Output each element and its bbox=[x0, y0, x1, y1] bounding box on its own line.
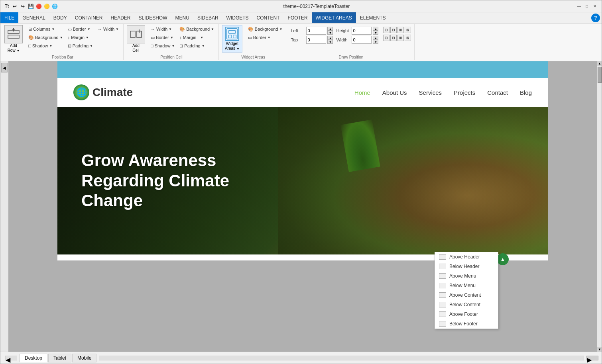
align-btn-3[interactable]: ⊞ bbox=[397, 27, 404, 33]
padding-button-2[interactable]: ⊡ Padding ▼ bbox=[177, 42, 216, 50]
background-button-2[interactable]: 🎨 Background ▼ bbox=[177, 25, 216, 33]
svg-rect-4 bbox=[130, 31, 135, 37]
menu-item-below-content[interactable]: Below Content bbox=[435, 300, 498, 309]
scroll-right-button[interactable]: ▶ bbox=[586, 356, 598, 360]
header-bar-left bbox=[57, 61, 303, 78]
margin-button-1[interactable]: ↕ Margin ▼ bbox=[66, 33, 95, 41]
border-button-1[interactable]: ▭ Border ▼ bbox=[66, 25, 95, 33]
align-btn-8[interactable]: ⊠ bbox=[405, 35, 411, 41]
nav-link-services[interactable]: Services bbox=[419, 89, 442, 96]
left-spin-down[interactable]: ▼ bbox=[327, 31, 333, 35]
columns-button[interactable]: ⊞ Columns ▼ bbox=[26, 25, 65, 33]
tab-desktop[interactable]: Desktop bbox=[20, 354, 47, 362]
wordpress-icon[interactable]: 🌐 bbox=[51, 3, 58, 10]
align-btn-7[interactable]: ⊞ bbox=[397, 35, 404, 41]
ribbon-col-1: ⊞ Columns ▼ 🎨 Background ▼ □ Shadow ▼ bbox=[26, 25, 65, 50]
scroll-thumb[interactable] bbox=[598, 67, 602, 83]
border-button-2[interactable]: ▭ Border ▼ bbox=[149, 33, 177, 41]
align-btn-5[interactable]: ⊡ bbox=[383, 35, 390, 41]
align-btn-1[interactable]: ⊡ bbox=[383, 27, 390, 33]
minimize-button[interactable]: — bbox=[575, 3, 582, 10]
padding-icon-2: ⊡ bbox=[179, 43, 183, 49]
align-btn-4[interactable]: ⊠ bbox=[405, 27, 411, 33]
scroll-up-circle-button[interactable]: ▲ bbox=[497, 253, 509, 265]
tab-mobile[interactable]: Mobile bbox=[72, 354, 96, 362]
add-cell-button[interactable]: AddCell bbox=[127, 25, 145, 53]
menu-container[interactable]: CONTAINER bbox=[71, 12, 107, 23]
help-button[interactable]: ? bbox=[591, 14, 600, 22]
menu-widget-areas[interactable]: WIDGET AREAS bbox=[312, 12, 356, 23]
menu-sidebar[interactable]: SIDEBAR bbox=[193, 12, 222, 23]
shadow-icon-1: □ bbox=[28, 43, 31, 48]
canvas-main[interactable]: 🌐 Climate Home About Us Services Project… bbox=[8, 61, 597, 352]
height-spin: ▲ ▼ bbox=[373, 27, 378, 35]
nav-link-contact[interactable]: Contact bbox=[487, 89, 508, 96]
height-spin-up[interactable]: ▲ bbox=[373, 27, 378, 31]
width-spin-up[interactable]: ▲ bbox=[373, 36, 378, 40]
tab-tablet[interactable]: Tablet bbox=[48, 354, 71, 362]
menu-item-above-content[interactable]: Above Content bbox=[435, 290, 498, 300]
maximize-button[interactable]: □ bbox=[583, 3, 590, 10]
width-button-2[interactable]: ↔ Width ▼ bbox=[149, 25, 177, 33]
menu-item-below-footer[interactable]: Below Footer bbox=[435, 319, 498, 329]
shadow-button-1[interactable]: □ Shadow ▼ bbox=[26, 42, 65, 50]
top-input[interactable] bbox=[306, 36, 326, 44]
menu-item-below-menu[interactable]: Below Menu bbox=[435, 281, 498, 290]
warning-icon[interactable]: 🟡 bbox=[43, 3, 50, 10]
menu-item-above-header[interactable]: Above Header bbox=[435, 252, 498, 262]
save-icon[interactable]: 💾 bbox=[28, 3, 34, 10]
menu-widgets[interactable]: WIDGETS bbox=[222, 12, 253, 23]
add-row-button[interactable]: AddRow ▼ bbox=[4, 25, 23, 53]
menu-footer[interactable]: FOOTER bbox=[284, 12, 312, 23]
draw-position-label: Draw Position bbox=[291, 55, 411, 59]
border-button-3[interactable]: ▭ Border ▼ bbox=[246, 33, 285, 41]
width-spin-down[interactable]: ▼ bbox=[373, 40, 378, 44]
width-button-1[interactable]: ↔ Width ▼ bbox=[96, 25, 121, 33]
ribbon: AddRow ▼ ⊞ Columns ▼ 🎨 Background ▼ bbox=[0, 23, 602, 61]
widget-areas-button[interactable]: WidgetAreas ▼ bbox=[222, 25, 242, 53]
menu-item-above-menu[interactable]: Above Menu bbox=[435, 271, 498, 281]
ribbon-col-2: ▭ Border ▼ ↕ Margin ▼ ⊡ Padding ▼ bbox=[66, 25, 95, 50]
width-input[interactable] bbox=[352, 36, 372, 44]
menu-body[interactable]: BODY bbox=[49, 12, 71, 23]
margin-button-2[interactable]: ↕ Margin - ▼ bbox=[177, 33, 216, 41]
align-btn-6[interactable]: ⊟ bbox=[390, 35, 397, 41]
align-btn-2[interactable]: ⊟ bbox=[390, 27, 397, 33]
height-spin-down[interactable]: ▼ bbox=[373, 31, 378, 35]
ribbon-cell-col-1: ↔ Width ▼ ▭ Border ▼ □ Shadow ▼ bbox=[149, 25, 177, 50]
nav-link-projects[interactable]: Projects bbox=[454, 89, 475, 96]
horizontal-scrollbar[interactable] bbox=[99, 356, 584, 360]
padding-button-1[interactable]: ⊡ Padding ▼ bbox=[66, 42, 95, 50]
top-spin-down[interactable]: ▼ bbox=[327, 40, 333, 44]
menu-menu[interactable]: MENU bbox=[171, 12, 193, 23]
undo-icon[interactable]: ↩ bbox=[12, 3, 18, 10]
background-icon-1: 🎨 bbox=[28, 35, 34, 40]
left-input[interactable] bbox=[306, 27, 326, 35]
top-spin-up[interactable]: ▲ bbox=[327, 36, 333, 40]
collapse-left-button[interactable]: ◀ bbox=[1, 63, 8, 72]
height-input[interactable] bbox=[352, 27, 372, 35]
menu-item-above-footer[interactable]: Above Footer bbox=[435, 309, 498, 319]
left-spin-up[interactable]: ▲ bbox=[327, 27, 333, 31]
menu-file[interactable]: FILE bbox=[0, 12, 18, 23]
close-button[interactable]: ✕ bbox=[591, 3, 598, 10]
menu-content[interactable]: CONTENT bbox=[253, 12, 284, 23]
scroll-down-button[interactable]: ▼ bbox=[597, 347, 602, 352]
ribbon-group-position-bar: AddRow ▼ ⊞ Columns ▼ 🎨 Background ▼ bbox=[2, 24, 124, 60]
position-bar-label: Position Bar bbox=[2, 55, 123, 59]
menu-elements[interactable]: ELEMENTS bbox=[356, 12, 390, 23]
nav-link-blog[interactable]: Blog bbox=[520, 89, 532, 96]
background-button-1[interactable]: 🎨 Background ▼ bbox=[26, 33, 65, 41]
stop-icon[interactable]: 🔴 bbox=[35, 3, 42, 10]
redo-icon[interactable]: ↪ bbox=[20, 3, 26, 10]
scroll-up-button[interactable]: ▲ bbox=[597, 61, 602, 66]
shadow-button-2[interactable]: □ Shadow ▼ bbox=[149, 42, 177, 50]
background-button-3[interactable]: 🎨 Background ▼ bbox=[246, 25, 285, 33]
menu-item-below-header[interactable]: Below Header bbox=[435, 262, 498, 271]
menu-slideshow[interactable]: SLIDESHOW bbox=[135, 12, 171, 23]
nav-link-about[interactable]: About Us bbox=[382, 89, 407, 96]
menu-general[interactable]: GENERAL bbox=[18, 12, 49, 23]
scroll-left-button[interactable]: ◀ bbox=[5, 356, 17, 360]
menu-header[interactable]: HEADER bbox=[107, 12, 135, 23]
nav-link-home[interactable]: Home bbox=[354, 89, 370, 96]
